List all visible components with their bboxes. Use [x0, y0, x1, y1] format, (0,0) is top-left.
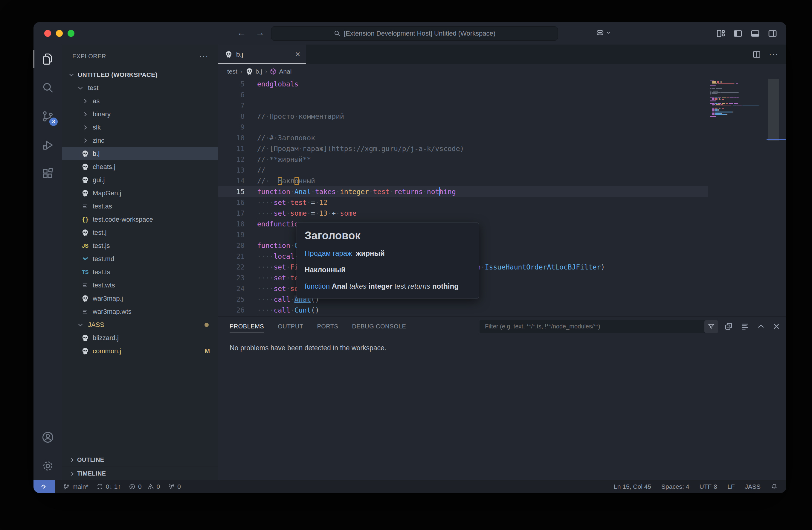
view-as-list-button[interactable]	[740, 322, 749, 331]
breadcrumb-anal[interactable]: Anal	[270, 68, 291, 75]
toggle-primary-sidebar-button[interactable]	[733, 28, 743, 39]
maximize-window-button[interactable]	[68, 30, 74, 37]
tree-item-b-j[interactable]: b.j	[62, 147, 218, 160]
tree-item-untitled-workspace-[interactable]: UNTITLED (WORKSPACE)	[62, 68, 218, 81]
open-in-editor-button[interactable]	[724, 322, 733, 331]
editor-more-actions-button[interactable]: ···	[769, 49, 779, 59]
code-line-10[interactable]: 10//·#·Заголовок	[218, 132, 786, 143]
code-line-15[interactable]: 15function·Anal·takes·integer·test·retur…	[218, 186, 786, 197]
panel-tab-debug-console[interactable]: DEBUG CONSOLE	[352, 317, 406, 336]
tree-item-slk[interactable]: slk	[62, 121, 218, 134]
breadcrumb-b.j[interactable]: b.j	[245, 68, 262, 75]
timeline-section[interactable]: TIMELINE	[62, 467, 218, 481]
split-editor-button[interactable]	[752, 50, 761, 59]
close-panel-button[interactable]	[772, 322, 781, 331]
code-text[interactable]	[245, 229, 257, 240]
hover-link[interactable]: Продам гараж	[305, 249, 352, 257]
back-button[interactable]: ←	[236, 28, 247, 38]
toggle-panel-button[interactable]	[750, 28, 760, 39]
code-line-7[interactable]: 7	[218, 100, 786, 111]
code-line-9[interactable]: 9	[218, 122, 786, 132]
code-text[interactable]: function·Anal·takes·integer·test·returns…	[245, 186, 456, 197]
tree-item-test-wts[interactable]: test.wts	[62, 279, 218, 292]
tree-item-test-js[interactable]: JStest.js	[62, 239, 218, 253]
code-link[interactable]: https://xgm.guru/p/j-a-k/vscode	[332, 145, 460, 153]
code-line-5[interactable]: 5endglobals	[218, 78, 786, 89]
tree-item-binary[interactable]: binary	[62, 108, 218, 121]
code-line-14[interactable]: 14//·__Наклонный__	[218, 175, 786, 186]
code-line-8[interactable]: 8//·Просто·комментарий	[218, 111, 786, 122]
code-text[interactable]: ····set·some·=·13·+·some	[245, 208, 357, 219]
tree-item-test-code-workspace[interactable]: {}test.code-workspace	[62, 213, 218, 226]
code-line-6[interactable]: 6	[218, 89, 786, 100]
activity-extensions-icon[interactable]	[33, 159, 62, 188]
copilot-menu[interactable]	[596, 28, 610, 37]
activity-explorer-icon[interactable]	[33, 45, 62, 73]
tree-item-war3map-wts[interactable]: war3map.wts	[62, 305, 218, 318]
code-line-11[interactable]: 11//·[Продам·гараж](https://xgm.guru/p/j…	[218, 143, 786, 154]
code-editor[interactable]: 5endglobals678//·Просто·комментарий910//…	[218, 78, 786, 316]
panel-tab-ports[interactable]: PORTS	[317, 317, 338, 336]
language-mode-status[interactable]: JASS	[745, 483, 760, 490]
problems-filter-input[interactable]	[484, 323, 707, 330]
tab-bj[interactable]: b.j ✕	[218, 45, 306, 64]
outline-section[interactable]: OUTLINE	[62, 453, 218, 467]
activity-accounts-icon[interactable]	[33, 423, 62, 452]
notifications-bell[interactable]	[771, 483, 778, 490]
minimap[interactable]	[708, 78, 767, 316]
maximize-panel-button[interactable]	[756, 322, 765, 331]
code-line-26[interactable]: 26····call·Cunt()	[218, 305, 786, 316]
code-text[interactable]: //·**жирный**	[245, 154, 311, 165]
indentation-status[interactable]: Spaces: 4	[661, 483, 689, 490]
tree-item-war3map-j[interactable]: war3map.j	[62, 292, 218, 305]
code-text[interactable]: //·Просто·комментарий	[245, 111, 344, 122]
command-center-search[interactable]: [Extension Development Host] Untitled (W…	[271, 26, 558, 41]
close-window-button[interactable]	[44, 30, 51, 37]
filter-button[interactable]	[705, 320, 718, 333]
minimize-window-button[interactable]	[56, 30, 63, 37]
cursor-position-status[interactable]: Ln 15, Col 45	[614, 483, 651, 490]
activity-settings-icon[interactable]	[33, 452, 62, 481]
tree-item-cheats-j[interactable]: cheats.j	[62, 160, 218, 173]
code-text[interactable]: //	[245, 165, 265, 175]
code-text[interactable]	[245, 89, 257, 100]
customize-layout-button[interactable]	[715, 28, 726, 39]
tree-item-test-as[interactable]: test.as	[62, 200, 218, 213]
code-text[interactable]: ····set·test·=·12	[245, 197, 328, 208]
code-text[interactable]: //·__Наклонный__	[245, 175, 323, 186]
activity-search-icon[interactable]	[33, 73, 62, 102]
sync-status[interactable]: 0↓ 1↑	[96, 483, 121, 490]
close-tab-button[interactable]: ✕	[295, 51, 301, 58]
scrollbar-slider[interactable]	[768, 78, 779, 141]
tree-item-common-j[interactable]: common.jM	[62, 345, 218, 358]
panel-tab-output[interactable]: OUTPUT	[278, 317, 303, 336]
tree-item-test[interactable]: test	[62, 81, 218, 95]
tree-item-as[interactable]: as	[62, 95, 218, 108]
explorer-more-actions-button[interactable]: ···	[199, 52, 209, 61]
tree-item-gui-j[interactable]: gui.j	[62, 173, 218, 187]
code-text[interactable]: ····call·Cunt()	[245, 305, 319, 316]
remote-indicator[interactable]	[33, 481, 55, 493]
tree-item-test-ts[interactable]: TStest.ts	[62, 266, 218, 279]
code-text[interactable]	[245, 122, 257, 132]
tree-item-zinc[interactable]: zinc	[62, 134, 218, 147]
forward-button[interactable]: →	[255, 28, 265, 38]
breadcrumb-test[interactable]: test	[227, 68, 237, 75]
eol-status[interactable]: LF	[727, 483, 735, 490]
problems-status[interactable]: 0 0	[129, 483, 160, 490]
tree-item-test-j[interactable]: test.j	[62, 226, 218, 239]
activity-source-control-icon[interactable]: 3	[33, 102, 62, 131]
code-line-16[interactable]: 16····set·test·=·12	[218, 197, 786, 208]
tree-item-jass[interactable]: JASS	[62, 318, 218, 331]
tree-item-test-md[interactable]: test.md	[62, 253, 218, 266]
toggle-secondary-sidebar-button[interactable]	[767, 28, 778, 39]
code-line-12[interactable]: 12//·**жирный**	[218, 154, 786, 165]
forwarded-ports-status[interactable]: 0	[168, 483, 181, 490]
git-branch-status[interactable]: main*	[63, 483, 88, 490]
panel-tab-problems[interactable]: PROBLEMS	[230, 317, 264, 336]
code-line-17[interactable]: 17····set·some·=·13·+·some	[218, 208, 786, 219]
activity-run-debug-icon[interactable]	[33, 131, 62, 159]
code-text[interactable]	[245, 100, 257, 111]
code-text[interactable]: //·#·Заголовок	[245, 132, 315, 143]
code-text[interactable]: //·[Продам·гараж](https://xgm.guru/p/j-a…	[245, 143, 464, 154]
